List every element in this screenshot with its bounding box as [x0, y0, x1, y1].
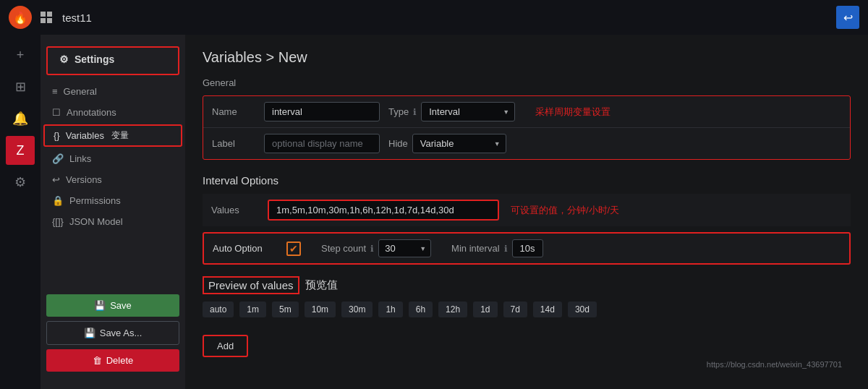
label-label: Label [212, 138, 255, 149]
annotations-icon: ☐ [52, 107, 61, 118]
interval-options-section: Interval Options Values 可设置的值，分钟/小时/天 Au… [203, 174, 851, 265]
values-label: Values [211, 205, 262, 215]
preview-chip: 30d [568, 302, 597, 317]
values-annotation: 可设置的值，分钟/小时/天 [511, 204, 619, 217]
grafana-logo: 🔥 [9, 6, 32, 29]
auto-option-row: Auto Option ✔ Step count ℹ ▼ Min interva… [203, 232, 851, 265]
sidebar-item-general[interactable]: ≡ General [41, 81, 185, 102]
name-input[interactable] [264, 102, 380, 121]
save-icon: 💾 [94, 300, 106, 311]
type-label: Type [388, 106, 409, 117]
preview-cn-text: 预览值 [305, 278, 338, 292]
sidebar-item-annotations[interactable]: ☐ Annotations [41, 102, 185, 123]
preview-chip: 1m [239, 302, 266, 317]
general-icon: ≡ [52, 86, 58, 97]
content-area: Variables > New General Name Type ℹ Inte… [185, 35, 868, 389]
back-button[interactable]: ↩ [836, 6, 859, 29]
json-icon: {[]} [52, 216, 64, 227]
sidebar-item-variables[interactable]: {} Variables 变量 [43, 124, 182, 147]
sidebar-item-versions[interactable]: ↩ Versions [41, 169, 185, 190]
add-button[interactable]: Add [203, 335, 248, 357]
min-interval-group: Min interval ℹ 10s [451, 239, 542, 257]
sidebar-icon-dashboard[interactable]: ⊞ [6, 72, 35, 101]
type-group: Type ℹ Interval Query Custom Text box Co… [388, 102, 515, 121]
label-input[interactable] [264, 134, 380, 153]
save-as-button[interactable]: 💾 Save As... [46, 321, 179, 345]
step-count-group: Step count ℹ ▼ [321, 239, 431, 257]
variables-icon: {} [54, 130, 60, 141]
preview-chip: 7d [503, 302, 527, 317]
page-title: Variables > New [203, 49, 851, 66]
settings-header-label: Settings [75, 54, 114, 65]
step-arrow-icon[interactable]: ▼ [415, 245, 430, 252]
settings-gear-icon: ⚙ [59, 54, 69, 65]
main-layout: + ⊞ 🔔 Z ⚙ ⚙ Settings ≡ General ☐ Annotat… [0, 35, 868, 389]
preview-title: Preview of values 预览值 [203, 276, 851, 294]
min-info-icon: ℹ [504, 244, 508, 254]
sidebar-icon-bell[interactable]: 🔔 [6, 104, 35, 133]
save-as-icon: 💾 [84, 328, 95, 338]
delete-button[interactable]: 🗑 Delete [46, 349, 179, 372]
interval-options-title: Interval Options [203, 174, 851, 187]
values-input[interactable] [268, 200, 499, 221]
settings-header: ⚙ Settings [46, 46, 179, 75]
sidebar-item-links[interactable]: 🔗 Links [41, 148, 185, 169]
min-interval-label: Min interval [451, 243, 499, 254]
preview-values: auto1m5m10m30m1h6h12h1d7d14d30d [203, 302, 851, 317]
preview-chip: 12h [438, 302, 467, 317]
type-info-icon: ℹ [413, 107, 417, 117]
preview-chip: 5m [272, 302, 299, 317]
preview-chip: 30m [341, 302, 373, 317]
sidebar-item-json-model[interactable]: {[]} JSON Model [41, 211, 185, 232]
preview-title-text: Preview of values [203, 276, 299, 294]
sidebar-icon-plus[interactable]: + [6, 40, 35, 69]
name-label: Name [212, 106, 255, 117]
topbar: 🔥 test11 ↩ [0, 0, 868, 35]
settings-footer: 💾 Save 💾 Save As... 🗑 Delete [41, 286, 185, 380]
versions-icon: ↩ [52, 174, 60, 185]
step-count-input[interactable] [379, 240, 415, 257]
save-button[interactable]: 💾 Save [46, 294, 179, 317]
auto-option-label: Auto Option [213, 243, 278, 254]
links-icon: 🔗 [52, 153, 64, 164]
preview-chip: auto [203, 302, 234, 317]
hide-select[interactable]: Variable Label Hidden [412, 134, 506, 153]
sidebar-icon-z[interactable]: Z [6, 136, 35, 165]
preview-chip: 14d [533, 302, 562, 317]
type-annotation: 采样周期变量设置 [535, 106, 610, 119]
general-form-table: Name Type ℹ Interval Query Custom Text b… [203, 95, 851, 160]
sidebar-item-permissions[interactable]: 🔒 Permissions [41, 190, 185, 211]
icon-sidebar: + ⊞ 🔔 Z ⚙ [0, 35, 41, 389]
preview-chip: 6h [409, 302, 433, 317]
hide-group: Hide Variable Label Hidden [388, 134, 506, 153]
preview-chip: 1d [473, 302, 497, 317]
min-interval-value: 10s [512, 239, 543, 257]
settings-sidebar: ⚙ Settings ≡ General ☐ Annotations {} Va… [41, 35, 185, 389]
general-section-title: General [203, 77, 851, 88]
delete-icon: 🗑 [93, 355, 102, 366]
step-info-icon: ℹ [370, 244, 374, 254]
permissions-icon: 🔒 [52, 195, 64, 206]
label-row: Label Hide Variable Label Hidden [203, 128, 850, 159]
type-select[interactable]: Interval Query Custom Text box Constant … [421, 102, 515, 121]
preview-chip: 10m [305, 302, 336, 317]
auto-option-checkbox[interactable]: ✔ [286, 241, 301, 256]
hide-label: Hide [388, 138, 408, 149]
sidebar-icon-gear[interactable]: ⚙ [6, 168, 35, 197]
preview-chip: 1h [378, 302, 402, 317]
topbar-left: 🔥 test11 [9, 6, 92, 29]
preview-section: Preview of values 预览值 auto1m5m10m30m1h6h… [203, 276, 851, 317]
grid-icon [41, 12, 54, 23]
variables-tag: 变量 [111, 129, 129, 142]
hide-select-wrapper: Variable Label Hidden [412, 134, 506, 153]
step-count-label: Step count [321, 243, 366, 254]
dashboard-title: test11 [62, 12, 92, 24]
type-select-wrapper: Interval Query Custom Text box Constant … [421, 102, 515, 121]
values-row: Values 可设置的值，分钟/小时/天 [203, 194, 851, 226]
page-footer: https://blog.csdn.net/weixin_43697701 [203, 357, 851, 372]
name-row: Name Type ℹ Interval Query Custom Text b… [203, 96, 850, 128]
step-input-wrap: ▼ [378, 239, 431, 257]
